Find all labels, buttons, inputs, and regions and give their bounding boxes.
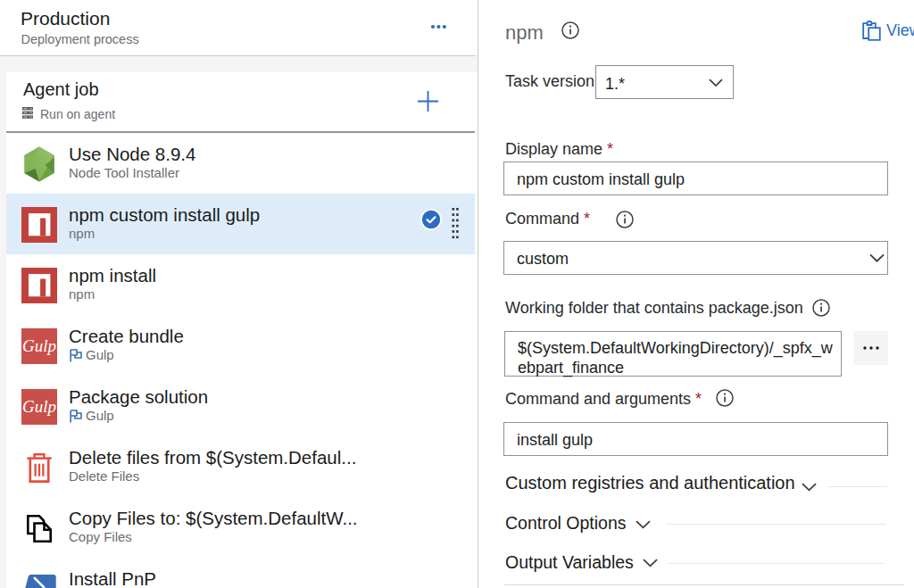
svg-text:Gulp: Gulp bbox=[22, 336, 56, 355]
svg-text:Gulp: Gulp bbox=[22, 397, 56, 416]
